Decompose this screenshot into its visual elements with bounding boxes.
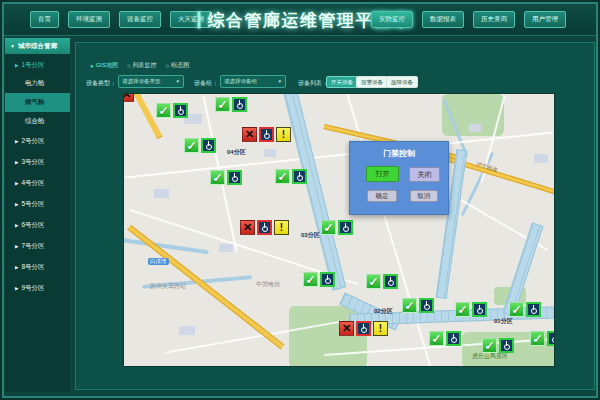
chevron-right-icon: ▶ <box>15 160 18 165</box>
power-icon[interactable] <box>526 302 541 317</box>
view-mode-GIS地图[interactable]: ●GIS地图 <box>90 61 118 70</box>
power-icon[interactable] <box>257 220 272 235</box>
nav-buttons-left: 首页环境监测设备监控火灾监测 <box>30 11 212 28</box>
power-icon[interactable] <box>472 302 487 317</box>
title-accent-bar <box>198 11 201 28</box>
device-group-label: 设备组： <box>194 79 218 88</box>
map-place-label: 白洋湾 <box>148 258 169 265</box>
sidebar-item-2号分区[interactable]: ▶2号分区 <box>5 131 70 152</box>
status-ok-icon[interactable]: ✓ <box>509 302 524 317</box>
status-fault-icon[interactable]: ✕ <box>339 321 354 336</box>
sidebar-item-8号分区[interactable]: ▶8号分区 <box>5 257 70 278</box>
sidebar-item-label: 6号分区 <box>21 221 44 230</box>
device-group-select[interactable]: 请选择设备组 ▼ <box>220 75 286 88</box>
sidebar-item-7号分区[interactable]: ▶7号分区 <box>5 236 70 257</box>
sidebar-item-电力舱[interactable]: 电力舱 <box>5 74 70 93</box>
nav-button-历史查询[interactable]: 历史查询 <box>473 11 515 28</box>
chevron-right-icon: ▶ <box>15 265 18 270</box>
nav-button-环境监测[interactable]: 环境监测 <box>68 11 110 28</box>
status-ok-icon[interactable]: ✓ <box>215 97 230 112</box>
map-place-label: 虎丘山风景区 <box>472 352 508 361</box>
map-zone-label: 03分区 <box>301 231 320 240</box>
sidebar-item-6号分区[interactable]: ▶6号分区 <box>5 215 70 236</box>
sidebar-item-3号分区[interactable]: ▶3号分区 <box>5 152 70 173</box>
device-marker-group: ✓ <box>210 170 242 185</box>
sidebar-item-综合舱[interactable]: 综合舱 <box>5 112 70 131</box>
power-icon[interactable] <box>232 97 247 112</box>
map-building <box>154 189 169 198</box>
sidebar-item-label: 2号分区 <box>21 137 44 146</box>
device-marker-group: ✓ <box>482 338 514 353</box>
page-title: 综合管廊运维管理平台 <box>208 8 393 31</box>
power-icon[interactable] <box>201 138 216 153</box>
chevron-right-icon: ▶ <box>15 202 18 207</box>
ok-button[interactable]: 确定 <box>367 190 397 202</box>
status-ok-icon[interactable]: ✓ <box>402 298 417 313</box>
filter-button-报警设备[interactable]: 报警设备 <box>356 76 388 88</box>
sidebar-root-node[interactable]: ▼ 城市综合管廊 <box>5 38 70 54</box>
power-icon[interactable] <box>446 331 461 346</box>
nav-button-用户管理[interactable]: 用户管理 <box>524 11 566 28</box>
sidebar-item-燃气舱[interactable]: 燃气舱 <box>5 93 70 112</box>
view-mode-组态图[interactable]: ○组态图 <box>166 61 190 70</box>
power-icon[interactable] <box>259 127 274 142</box>
radio-icon: ● <box>90 63 94 69</box>
power-icon[interactable] <box>320 272 335 287</box>
access-control-dialog: 门禁控制 打开 关闭 确定 取消 <box>349 141 449 215</box>
sidebar-item-4号分区[interactable]: ▶4号分区 <box>5 173 70 194</box>
dialog-title: 门禁控制 <box>350 148 448 159</box>
power-icon[interactable] <box>383 274 398 289</box>
sidebar-zone1-label: 1号分区 <box>21 61 44 70</box>
status-ok-icon[interactable]: ✓ <box>275 169 290 184</box>
power-icon[interactable] <box>419 298 434 313</box>
power-icon[interactable] <box>292 169 307 184</box>
nav-button-数据报表[interactable]: 数据报表 <box>422 11 464 28</box>
view-mode-label: 组态图 <box>171 61 189 70</box>
status-ok-icon[interactable]: ✓ <box>321 220 336 235</box>
sidebar-item-5号分区[interactable]: ▶5号分区 <box>5 194 70 215</box>
filter-button-开关设备[interactable]: 开关设备 <box>326 76 358 88</box>
status-fault-icon[interactable]: ✕ <box>242 127 257 142</box>
alarm-icon[interactable]: ! <box>373 321 388 336</box>
device-marker-group: ✓ <box>429 331 461 346</box>
nav-button-设备监控[interactable]: 设备监控 <box>119 11 161 28</box>
status-ok-icon[interactable]: ✓ <box>366 274 381 289</box>
power-icon[interactable] <box>338 220 353 235</box>
app-window: 首页环境监测设备监控火灾监测 综合管廊运维管理平台 安防监控数据报表历史查询用户… <box>0 0 600 400</box>
map-view[interactable]: 04分区03分区02分区01分区白洋湾苏州火车西站中国电信虎丘山风景区沪宁高速 … <box>123 93 555 367</box>
view-mode-列表监控[interactable]: ○列表监控 <box>127 61 157 70</box>
open-button[interactable]: 打开 <box>366 166 399 182</box>
status-ok-icon[interactable]: ✓ <box>184 138 199 153</box>
device-marker-group: ✕ <box>123 93 134 102</box>
sidebar-item-9号分区[interactable]: ▶9号分区 <box>5 278 70 299</box>
status-ok-icon[interactable]: ✓ <box>210 170 225 185</box>
device-type-select[interactable]: 请选择设备类型 ▼ <box>118 75 184 88</box>
sidebar-item-zone1[interactable]: ▶ 1号分区 <box>5 54 70 74</box>
status-ok-icon[interactable]: ✓ <box>303 272 318 287</box>
status-ok-icon[interactable]: ✓ <box>429 331 444 346</box>
power-icon[interactable] <box>547 331 555 346</box>
filter-button-故障设备[interactable]: 故障设备 <box>386 76 418 88</box>
device-marker-group: ✕! <box>242 127 291 142</box>
chevron-right-icon: ▶ <box>15 244 18 249</box>
device-marker-group: ✓ <box>156 103 188 118</box>
status-ok-icon[interactable]: ✓ <box>482 338 497 353</box>
power-icon[interactable] <box>499 338 514 353</box>
power-icon[interactable] <box>173 103 188 118</box>
device-marker-group: ✓ <box>321 220 353 235</box>
status-ok-icon[interactable]: ✓ <box>156 103 171 118</box>
alarm-icon[interactable]: ! <box>276 127 291 142</box>
map-building <box>219 244 233 252</box>
power-icon[interactable] <box>227 170 242 185</box>
status-fault-icon[interactable]: ✕ <box>240 220 255 235</box>
nav-button-首页[interactable]: 首页 <box>30 11 59 28</box>
status-fault-icon[interactable]: ✕ <box>123 93 134 102</box>
power-icon[interactable] <box>356 321 371 336</box>
device-marker-group: ✓ <box>530 331 555 346</box>
status-ok-icon[interactable]: ✓ <box>455 302 470 317</box>
alarm-icon[interactable]: ! <box>274 220 289 235</box>
close-button[interactable]: 关闭 <box>409 167 440 182</box>
cancel-button[interactable]: 取消 <box>410 190 438 202</box>
status-ok-icon[interactable]: ✓ <box>530 331 545 346</box>
nav-button-安防监控[interactable]: 安防监控 <box>371 11 413 28</box>
